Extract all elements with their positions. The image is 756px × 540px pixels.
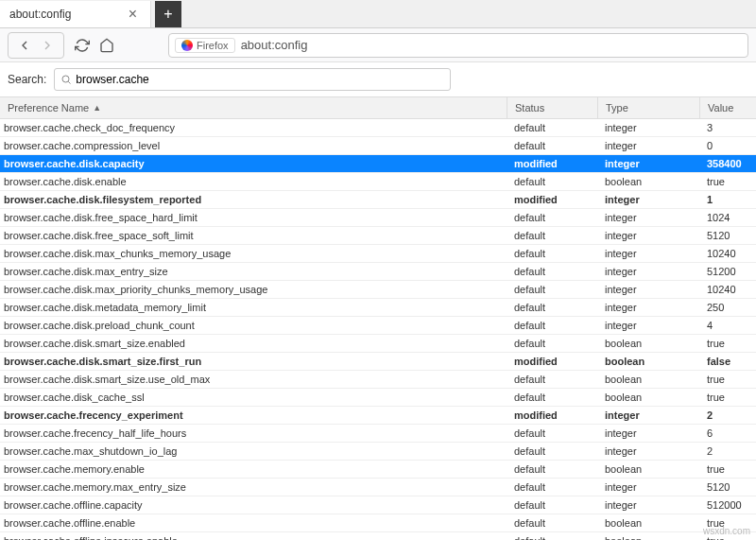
pref-status: default	[507, 374, 597, 385]
pref-type: integer	[597, 284, 699, 295]
pref-value: false	[699, 356, 756, 367]
pref-row[interactable]: browser.cache.max_shutdown_io_lagdefault…	[0, 443, 756, 461]
pref-row[interactable]: browser.cache.offline.insecure.enabledef…	[0, 532, 756, 540]
pref-value: 6	[699, 427, 756, 439]
pref-type: integer	[597, 481, 699, 493]
identity-badge[interactable]: Firefox	[175, 38, 235, 53]
pref-name: browser.cache.disk.max_priority_chunks_m…	[0, 284, 507, 295]
pref-row[interactable]: browser.cache.disk.smart_size.first_runm…	[0, 353, 756, 371]
search-row: Search:	[0, 62, 756, 96]
pref-status: default	[507, 499, 597, 511]
pref-row[interactable]: browser.cache.disk.preload_chunk_countde…	[0, 317, 756, 335]
pref-row[interactable]: browser.cache.frecency_half_life_hoursde…	[0, 425, 756, 443]
pref-value: 358400	[699, 158, 756, 169]
search-input[interactable]	[76, 73, 444, 86]
home-button[interactable]	[96, 35, 117, 56]
pref-type: integer	[597, 266, 699, 277]
pref-name: browser.cache.memory.enable	[0, 463, 507, 475]
column-header-type[interactable]: Type	[597, 97, 699, 118]
pref-row[interactable]: browser.cache.disk.smart_size.enableddef…	[0, 335, 756, 353]
pref-row[interactable]: browser.cache.disk.max_priority_chunks_m…	[0, 281, 756, 299]
pref-value: true	[699, 374, 756, 385]
pref-name: browser.cache.disk.free_space_hard_limit	[0, 212, 507, 223]
pref-name: browser.cache.disk.max_chunks_memory_usa…	[0, 248, 507, 259]
url-bar[interactable]: Firefox about:config	[168, 33, 748, 58]
pref-value: true	[699, 392, 756, 403]
column-header-name[interactable]: Preference Name ▲	[0, 102, 507, 113]
pref-row[interactable]: browser.cache.disk_cache_ssldefaultboole…	[0, 389, 756, 407]
pref-status: default	[507, 392, 597, 403]
pref-type: integer	[597, 140, 699, 151]
pref-status: default	[507, 445, 597, 457]
reload-button[interactable]	[72, 35, 93, 56]
search-label: Search:	[8, 73, 46, 86]
pref-name: browser.cache.disk.metadata_memory_limit	[0, 302, 507, 313]
pref-row[interactable]: browser.cache.disk.smart_size.use_old_ma…	[0, 371, 756, 389]
pref-row[interactable]: browser.cache.offline.capacitydefaultint…	[0, 496, 756, 514]
pref-row[interactable]: browser.cache.compression_leveldefaultin…	[0, 137, 756, 155]
pref-row[interactable]: browser.cache.disk.filesystem_reportedmo…	[0, 191, 756, 209]
search-box[interactable]	[54, 68, 451, 91]
forward-button[interactable]	[37, 35, 58, 56]
pref-name: browser.cache.max_shutdown_io_lag	[0, 445, 507, 457]
pref-row[interactable]: browser.cache.disk.metadata_memory_limit…	[0, 299, 756, 317]
pref-status: modified	[507, 356, 597, 367]
back-button[interactable]	[14, 35, 35, 56]
pref-type: boolean	[597, 463, 699, 475]
pref-row[interactable]: browser.cache.offline.enabledefaultboole…	[0, 514, 756, 532]
pref-type: boolean	[597, 176, 699, 187]
pref-status: default	[507, 212, 597, 223]
pref-type: integer	[597, 427, 699, 439]
url-text: about:config	[241, 38, 308, 52]
pref-type: integer	[597, 230, 699, 241]
pref-row[interactable]: browser.cache.frecency_experimentmodifie…	[0, 407, 756, 425]
identity-label: Firefox	[197, 40, 229, 51]
watermark: wsxdn.com	[703, 526, 750, 536]
pref-name: browser.cache.disk.max_entry_size	[0, 266, 507, 277]
pref-type: boolean	[597, 517, 699, 529]
pref-type: integer	[597, 320, 699, 331]
pref-name: browser.cache.disk.filesystem_reported	[0, 194, 507, 205]
pref-name: browser.cache.disk.free_space_soft_limit	[0, 230, 507, 241]
pref-status: modified	[507, 158, 597, 169]
pref-status: default	[507, 517, 597, 529]
pref-row[interactable]: browser.cache.disk.max_entry_sizedefault…	[0, 263, 756, 281]
pref-row[interactable]: browser.cache.memory.max_entry_sizedefau…	[0, 479, 756, 496]
pref-row[interactable]: browser.cache.disk.max_chunks_memory_usa…	[0, 245, 756, 263]
pref-row[interactable]: browser.cache.disk.free_space_hard_limit…	[0, 209, 756, 227]
column-header-value[interactable]: Value	[699, 97, 756, 118]
pref-type: integer	[597, 122, 699, 133]
tab-title: about:config	[9, 8, 71, 21]
pref-status: default	[507, 481, 597, 493]
pref-name: browser.cache.disk.smart_size.enabled	[0, 338, 507, 349]
pref-row[interactable]: browser.cache.memory.enabledefaultboolea…	[0, 461, 756, 479]
pref-value: 3	[699, 122, 756, 133]
pref-value: 10240	[699, 284, 756, 295]
pref-status: default	[507, 320, 597, 331]
tab-strip: about:config × +	[0, 0, 756, 28]
pref-row[interactable]: browser.cache.check_doc_frequencydefault…	[0, 119, 756, 137]
pref-row[interactable]: browser.cache.disk.free_space_soft_limit…	[0, 227, 756, 245]
pref-type: integer	[597, 499, 699, 511]
new-tab-button[interactable]: +	[155, 1, 181, 27]
pref-status: default	[507, 248, 597, 259]
tab-about-config[interactable]: about:config ×	[0, 1, 151, 27]
pref-name: browser.cache.compression_level	[0, 140, 507, 151]
pref-name: browser.cache.frecency_half_life_hours	[0, 427, 507, 439]
pref-value: true	[699, 338, 756, 349]
column-header-status[interactable]: Status	[507, 97, 597, 118]
pref-list: browser.cache.check_doc_frequencydefault…	[0, 119, 756, 540]
firefox-icon	[181, 40, 193, 51]
pref-type: boolean	[597, 535, 699, 540]
pref-value: 10240	[699, 248, 756, 259]
pref-value: true	[699, 176, 756, 187]
pref-row[interactable]: browser.cache.disk.capacitymodifiedinteg…	[0, 155, 756, 173]
pref-status: modified	[507, 409, 597, 421]
svg-point-0	[62, 76, 69, 82]
close-icon[interactable]: ×	[125, 6, 141, 23]
pref-status: default	[507, 427, 597, 439]
pref-row[interactable]: browser.cache.disk.enabledefaultbooleant…	[0, 173, 756, 191]
pref-status: default	[507, 266, 597, 277]
pref-status: default	[507, 463, 597, 475]
pref-value: 5120	[699, 230, 756, 241]
